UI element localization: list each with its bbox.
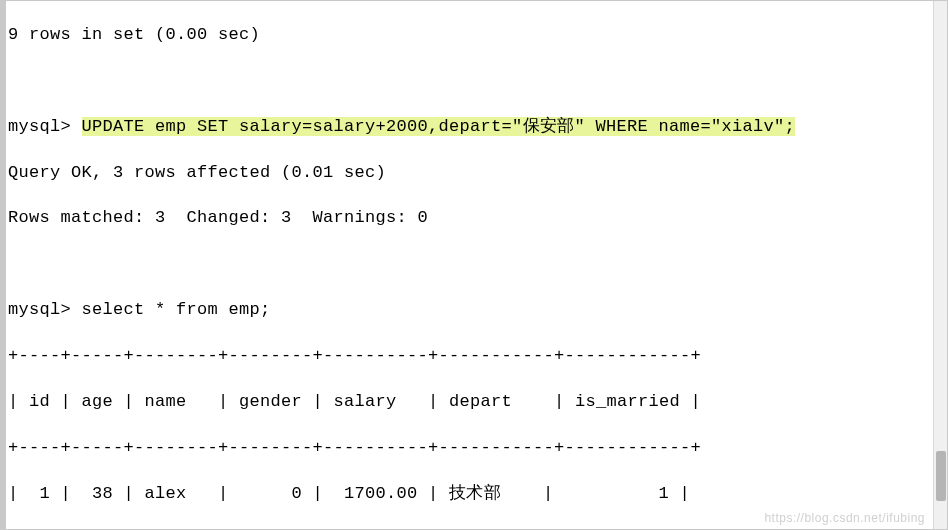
table-header: | id | age | name | gender | salary | de… (8, 391, 943, 414)
update-line: mysql> UPDATE emp SET salary=salary+2000… (8, 116, 943, 139)
table-border-mid: +----+-----+--------+--------+----------… (8, 437, 943, 460)
mysql-prompt: mysql> (8, 300, 82, 319)
mysql-prompt: mysql> (8, 117, 82, 136)
blank-line (8, 253, 943, 276)
blank-line (8, 70, 943, 93)
update-statement: UPDATE emp SET salary=salary+2000,depart… (82, 117, 796, 136)
update-result-2: Rows matched: 3 Changed: 3 Warnings: 0 (8, 207, 943, 230)
update-result-1: Query OK, 3 rows affected (0.01 sec) (8, 162, 943, 185)
scrollbar[interactable] (933, 1, 947, 529)
terminal-output[interactable]: 9 rows in set (0.00 sec) mysql> UPDATE e… (6, 1, 947, 530)
result-summary-top: 9 rows in set (0.00 sec) (8, 24, 943, 47)
select-line: mysql> select * from emp; (8, 299, 943, 322)
table-row: | 1 | 38 | alex | 0 | 1700.00 | 技术部 | 1 … (8, 483, 943, 506)
scrollbar-thumb[interactable] (936, 451, 946, 501)
watermark-text: https://blog.csdn.net/ifubing (764, 511, 925, 525)
select-statement: select * from emp; (82, 300, 271, 319)
table-border-top: +----+-----+--------+--------+----------… (8, 345, 943, 368)
